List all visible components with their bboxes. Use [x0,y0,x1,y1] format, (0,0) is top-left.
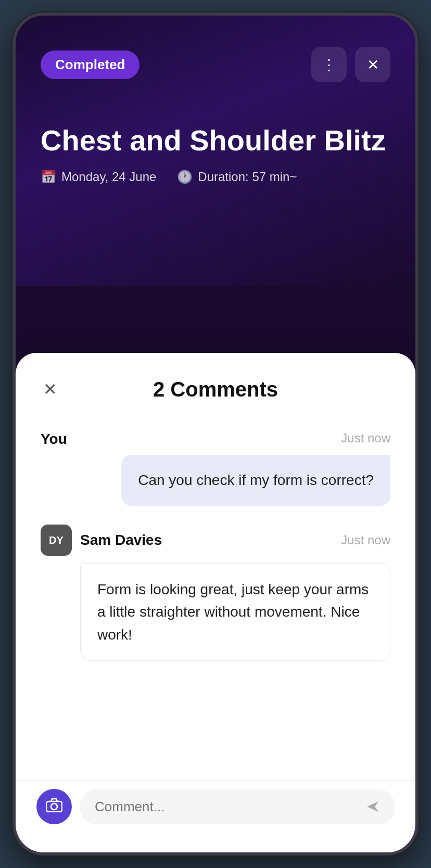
comments-list: You Just now Can you check if my form is… [16,414,415,780]
comment-meta: You Just now [41,431,390,448]
comment-bubble: Can you check if my form is correct? [121,455,390,506]
comment-time: Just now [341,431,390,448]
comment-author-name: Sam Davies [80,532,162,548]
workout-title: Chest and Shoulder Blitz [41,124,390,157]
comment-author-name: You [41,431,67,448]
comment-author: DY Sam Davies [41,525,162,556]
top-actions: ⋮ ✕ [311,47,390,82]
close-comments-button[interactable]: ✕ [36,376,64,403]
svg-point-1 [51,803,57,810]
duration-meta: 🕐 Duration: 57 min~ [177,170,297,184]
close-icon: ✕ [367,56,379,73]
top-bar: Completed ⋮ ✕ [41,47,390,82]
comment-field-wrapper[interactable] [80,789,395,824]
comments-panel: ✕ 2 Comments You Just now Can you check … [16,353,415,852]
input-avatar [36,789,72,824]
completed-badge: Completed [41,50,140,79]
phone-frame: Completed ⋮ ✕ Chest and Shoulder Blitz 📅… [12,12,419,856]
more-options-button[interactable]: ⋮ [311,47,347,82]
comment-meta: DY Sam Davies Just now [41,525,390,556]
clock-icon: 🕐 [177,170,193,184]
panel-header: ✕ 2 Comments [16,353,415,414]
close-panel-icon: ✕ [43,379,57,399]
comment-time: Just now [341,533,390,547]
camera-icon [46,798,62,816]
comment-item: You Just now Can you check if my form is… [41,431,390,506]
calendar-icon: 📅 [41,170,56,184]
workout-meta: 📅 Monday, 24 June 🕐 Duration: 57 min~ [41,170,390,184]
comment-bubble: Form is looking great, just keep your ar… [80,563,390,661]
date-meta: 📅 Monday, 24 June [41,170,156,184]
workout-duration: Duration: 57 min~ [198,170,297,184]
avatar: DY [41,525,72,556]
comments-title: 2 Comments [153,378,278,401]
more-icon: ⋮ [322,56,336,73]
send-button[interactable] [365,799,380,814]
comment-input[interactable] [95,799,357,815]
close-workout-button[interactable]: ✕ [355,47,390,82]
comment-item: DY Sam Davies Just now Form is looking g… [41,525,390,661]
workout-date: Monday, 24 June [61,170,156,184]
workout-header: Completed ⋮ ✕ Chest and Shoulder Blitz 📅… [16,16,415,286]
comment-input-bar [16,780,415,837]
